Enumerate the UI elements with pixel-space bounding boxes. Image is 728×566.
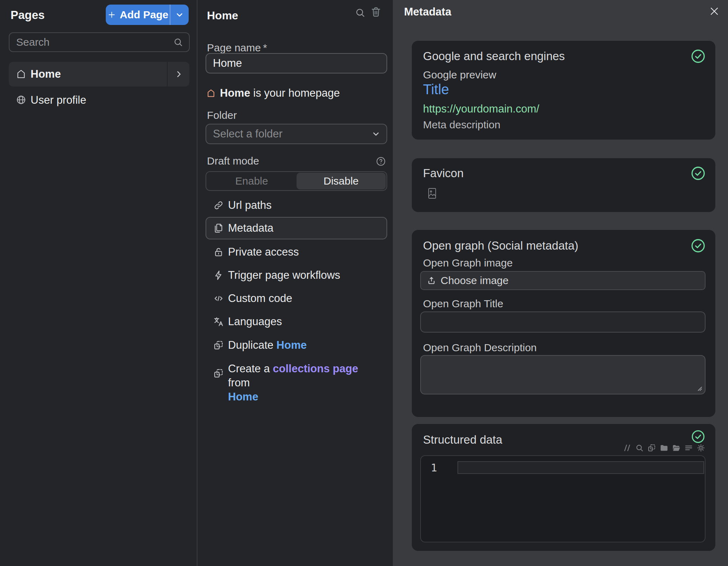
google-preview-label: Google preview — [423, 69, 496, 81]
home-row-divider — [167, 62, 168, 86]
favicon-card: Favicon — [412, 158, 715, 212]
page-name-input[interactable] — [206, 54, 386, 73]
choose-image-label: Choose image — [441, 275, 508, 287]
globe-icon — [16, 95, 26, 105]
lightning-icon — [213, 270, 224, 281]
required-asterisk: * — [263, 42, 267, 53]
choose-image-button[interactable]: Choose image — [420, 271, 706, 290]
draft-mode-label: Draft mode — [207, 155, 259, 167]
create-collections-label: Create a collections page from Home — [228, 362, 376, 404]
pages-panel: Pages Add Page Home User profile — [0, 0, 197, 566]
homepage-note-text: Home is your homepage — [220, 87, 340, 99]
folder-select-placeholder: Select a folder — [206, 128, 371, 140]
menu-item-languages[interactable]: Languages — [197, 310, 393, 333]
active-code-line[interactable] — [457, 461, 704, 474]
search-icon[interactable] — [355, 7, 366, 18]
lock-icon — [213, 246, 224, 258]
code-editor-toolbar — [623, 443, 706, 452]
home-icon — [206, 89, 216, 98]
draft-enable-button[interactable]: Enable — [207, 173, 297, 189]
homepage-note: Home is your homepage — [206, 87, 340, 99]
og-title-label: Open Graph Title — [423, 298, 503, 310]
resize-handle-icon[interactable] — [697, 386, 702, 391]
card-title: Open graph (Social metadata) — [423, 239, 578, 252]
duplicate-icon — [213, 340, 224, 351]
translate-icon — [213, 316, 224, 327]
close-icon[interactable] — [708, 5, 721, 18]
upload-icon — [427, 276, 436, 285]
menu-item-url-paths[interactable]: Url paths — [197, 194, 393, 217]
draft-mode-toggle: Enable Disable — [206, 171, 387, 191]
add-page-button-group: Add Page — [106, 5, 189, 25]
link-icon — [213, 200, 224, 211]
page-name-label: Page name* — [207, 42, 267, 54]
card-title: Google and search engines — [423, 50, 565, 63]
structured-data-card: Structured data 1 — [412, 424, 715, 551]
page-settings-panel: Home Page name* Home is your homepage Fo… — [197, 0, 393, 566]
search-icon — [173, 37, 183, 47]
google-search-card: Google and search engines Google preview… — [412, 41, 715, 140]
og-description-field — [420, 355, 706, 394]
menu-item-create-collections-page[interactable]: Create a collections page from Home — [197, 359, 393, 394]
collections-page-link: collections page — [273, 362, 358, 375]
page-settings-title: Home — [207, 9, 238, 22]
trash-icon[interactable] — [370, 6, 382, 18]
pages-search-input[interactable] — [9, 36, 173, 48]
check-circle-icon — [690, 429, 706, 444]
duplicate-icon — [213, 368, 224, 379]
pages-panel-title: Pages — [11, 8, 45, 22]
google-preview-title: Title — [423, 82, 449, 97]
pages-icon — [213, 223, 224, 234]
settings-gear-icon[interactable] — [696, 443, 706, 452]
create-collections-page-name: Home — [228, 391, 258, 403]
plus-icon — [107, 10, 116, 19]
favicon-image-placeholder-icon — [428, 188, 436, 199]
sidebar-item-user-profile[interactable]: User profile — [9, 89, 189, 110]
comment-slashes-icon[interactable] — [623, 443, 632, 452]
folder-open-icon[interactable] — [672, 443, 681, 452]
menu-item-duplicate-page[interactable]: Duplicate Home — [197, 334, 393, 357]
og-title-input[interactable] — [421, 312, 705, 332]
folder-icon[interactable] — [659, 443, 669, 452]
check-circle-icon — [690, 238, 706, 254]
structured-data-code-editor[interactable]: 1 — [420, 455, 706, 542]
page-name-field — [206, 53, 387, 73]
check-circle-icon — [690, 48, 706, 64]
card-title: Favicon — [423, 167, 464, 180]
copy-icon[interactable] — [647, 443, 656, 452]
pages-search-box — [9, 32, 190, 52]
sidebar-item-label: Home — [31, 68, 61, 81]
card-title: Structured data — [423, 433, 502, 446]
folder-select[interactable]: Select a folder — [206, 124, 387, 144]
menu-item-private-access[interactable]: Private access — [197, 240, 393, 264]
metadata-panel: Metadata Google and search engines Googl… — [393, 0, 728, 566]
og-title-field — [420, 311, 706, 333]
check-circle-icon — [690, 165, 706, 181]
align-lines-icon[interactable] — [684, 443, 693, 452]
menu-item-trigger-workflows[interactable]: Trigger page workflows — [197, 264, 393, 287]
duplicate-page-label: Duplicate Home — [228, 339, 307, 352]
og-description-input[interactable] — [421, 356, 705, 394]
add-page-button[interactable]: Add Page — [106, 5, 170, 25]
sidebar-item-home[interactable]: Home — [9, 62, 189, 86]
google-preview-url: https://yourdomain.com/ — [423, 103, 539, 115]
add-page-dropdown-button[interactable] — [170, 5, 189, 25]
menu-item-metadata[interactable]: Metadata — [197, 217, 393, 240]
google-preview-description: Meta description — [423, 119, 500, 131]
menu-item-custom-code[interactable]: Custom code — [197, 287, 393, 310]
home-icon — [16, 69, 26, 79]
og-description-label: Open Graph Description — [423, 342, 537, 354]
metadata-panel-title: Metadata — [404, 6, 451, 18]
chevron-down-icon — [175, 10, 184, 19]
add-page-label: Add Page — [120, 9, 168, 21]
og-image-label: Open Graph image — [423, 257, 513, 269]
chevron-right-icon[interactable] — [174, 70, 183, 79]
help-icon[interactable] — [376, 156, 386, 167]
search-icon[interactable] — [635, 443, 644, 452]
sidebar-item-label: User profile — [31, 94, 86, 107]
duplicate-page-name: Home — [277, 339, 307, 351]
chevron-down-icon — [371, 129, 381, 139]
draft-disable-button[interactable]: Disable — [297, 173, 386, 189]
folder-label: Folder — [207, 109, 237, 121]
code-icon — [213, 293, 224, 304]
